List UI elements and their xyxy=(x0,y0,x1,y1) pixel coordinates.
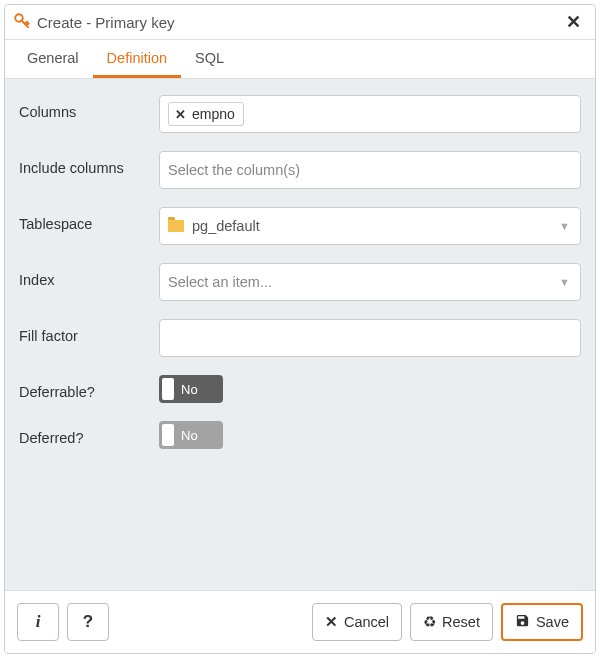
row-include-columns: Include columns Select the column(s) xyxy=(19,151,581,189)
footer: i ? ✕ Cancel ♻ Reset Save xyxy=(5,590,595,653)
label-index: Index xyxy=(19,263,149,290)
info-button[interactable]: i xyxy=(17,603,59,641)
chevron-down-icon: ▼ xyxy=(559,276,570,288)
row-index: Index Select an item... ▼ xyxy=(19,263,581,301)
titlebar: Create - Primary key ✕ xyxy=(5,5,595,40)
column-tag-label: empno xyxy=(192,106,235,122)
label-tablespace: Tablespace xyxy=(19,207,149,234)
chevron-down-icon: ▼ xyxy=(559,220,570,232)
row-tablespace: Tablespace pg_default ▼ xyxy=(19,207,581,245)
help-button[interactable]: ? xyxy=(67,603,109,641)
label-include-columns: Include columns xyxy=(19,151,149,178)
label-fill-factor: Fill factor xyxy=(19,319,149,346)
remove-tag-icon[interactable]: ✕ xyxy=(175,107,186,122)
label-columns: Columns xyxy=(19,95,149,122)
row-deferrable: Deferrable? No xyxy=(19,375,581,403)
tab-definition[interactable]: Definition xyxy=(93,40,181,78)
save-label: Save xyxy=(536,614,569,630)
label-deferred: Deferred? xyxy=(19,421,149,448)
deferred-toggle[interactable]: No xyxy=(159,421,223,449)
create-primary-key-dialog: Create - Primary key ✕ General Definitio… xyxy=(4,4,596,654)
recycle-icon: ♻ xyxy=(423,614,436,630)
toggle-knob xyxy=(162,424,174,446)
tablespace-select[interactable]: pg_default ▼ xyxy=(159,207,581,245)
save-button[interactable]: Save xyxy=(501,603,583,641)
tab-general[interactable]: General xyxy=(13,40,93,78)
tabs: General Definition SQL xyxy=(5,40,595,79)
reset-label: Reset xyxy=(442,614,480,630)
toggle-knob xyxy=(162,378,174,400)
deferred-value: No xyxy=(181,428,198,443)
cancel-label: Cancel xyxy=(344,614,389,630)
key-icon xyxy=(13,12,31,33)
include-columns-multiselect[interactable]: Select the column(s) xyxy=(159,151,581,189)
columns-multiselect[interactable]: ✕ empno xyxy=(159,95,581,133)
deferrable-value: No xyxy=(181,382,198,397)
form-area: Columns ✕ empno Include columns Select t… xyxy=(5,79,595,590)
label-deferrable: Deferrable? xyxy=(19,375,149,402)
row-fill-factor: Fill factor xyxy=(19,319,581,357)
dialog-title: Create - Primary key xyxy=(37,14,175,31)
deferrable-toggle[interactable]: No xyxy=(159,375,223,403)
close-button[interactable]: ✕ xyxy=(562,11,585,33)
index-placeholder: Select an item... xyxy=(168,274,272,290)
index-select[interactable]: Select an item... ▼ xyxy=(159,263,581,301)
cancel-button[interactable]: ✕ Cancel xyxy=(312,603,402,641)
row-columns: Columns ✕ empno xyxy=(19,95,581,133)
column-tag: ✕ empno xyxy=(168,102,244,126)
include-columns-placeholder: Select the column(s) xyxy=(168,162,300,178)
folder-icon xyxy=(168,220,184,232)
tablespace-value: pg_default xyxy=(192,218,260,234)
tab-sql[interactable]: SQL xyxy=(181,40,238,78)
reset-button[interactable]: ♻ Reset xyxy=(410,603,493,641)
fill-factor-input[interactable] xyxy=(159,319,581,357)
save-icon xyxy=(515,613,530,631)
close-icon: ✕ xyxy=(325,614,338,630)
row-deferred: Deferred? No xyxy=(19,421,581,449)
